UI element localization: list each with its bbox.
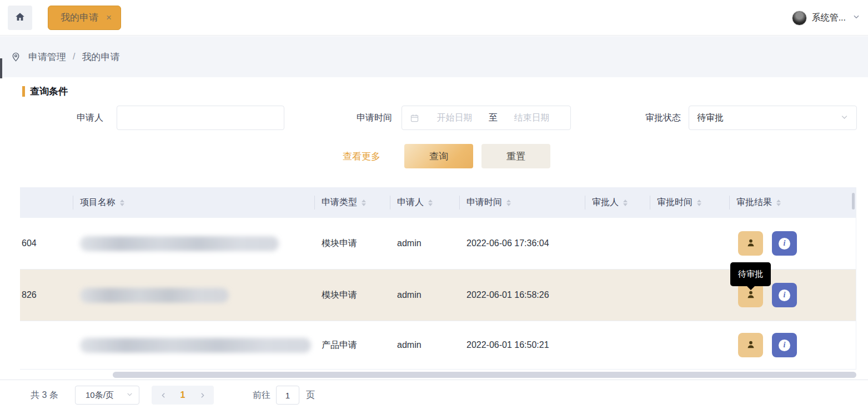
column-header-result[interactable]: 审批结果 xyxy=(729,187,855,218)
next-page-icon[interactable] xyxy=(194,386,210,405)
approval-status-value: 待审批 xyxy=(697,112,840,124)
date-range-separator: 至 xyxy=(488,112,499,124)
calendar-icon xyxy=(410,113,419,123)
applicant-label: 申请人 xyxy=(61,106,103,130)
app-window: 我的申请 × 系统管... 申请管理 / 我的申请 查询条件 申请人 申请时间 … xyxy=(0,0,868,409)
sort-icon[interactable] xyxy=(697,199,701,206)
approve-button[interactable] xyxy=(738,231,763,256)
title-accent-bar xyxy=(22,86,25,97)
cell-apply-time: 2022-06-01 16:58:26 xyxy=(459,290,585,300)
goto-label: 前往 xyxy=(253,380,270,409)
sort-icon[interactable] xyxy=(428,199,433,206)
cell-apply-time: 2022-06-06 17:36:04 xyxy=(459,238,585,248)
person-icon xyxy=(745,237,756,250)
breadcrumb: 申请管理 / 我的申请 xyxy=(0,36,868,77)
pager: 1 xyxy=(152,386,214,405)
apply-time-range-picker[interactable]: 开始日期 至 结束日期 xyxy=(402,106,571,130)
avatar xyxy=(792,11,807,26)
cell-id: 826 xyxy=(20,290,73,300)
table-row[interactable]: 826 模块申请 admin 2022-06-01 16:58:26 待审批 i xyxy=(20,270,856,321)
current-page[interactable]: 1 xyxy=(172,390,194,400)
column-header-type[interactable]: 申请类型 xyxy=(314,187,390,218)
cell-result-actions: 待审批 i xyxy=(729,283,855,307)
chevron-down-icon xyxy=(840,113,849,123)
column-header-id xyxy=(20,187,73,218)
goto-unit: 页 xyxy=(306,380,315,409)
cell-project xyxy=(73,236,314,251)
column-header-apply-time[interactable]: 申请时间 xyxy=(459,187,585,218)
breadcrumb-page: 我的申请 xyxy=(82,51,119,63)
search-button[interactable]: 查询 xyxy=(404,144,473,168)
cell-type: 模块申请 xyxy=(314,238,390,250)
home-icon xyxy=(14,11,26,25)
page-size-select[interactable]: 10条/页 xyxy=(75,386,139,405)
sort-icon[interactable] xyxy=(120,199,124,206)
sort-icon[interactable] xyxy=(362,199,366,206)
total-count: 共 3 条 xyxy=(31,380,58,409)
reset-button[interactable]: 重置 xyxy=(481,144,550,168)
breadcrumb-separator: / xyxy=(73,52,75,62)
location-pin-icon xyxy=(11,52,21,62)
table-header-row: 项目名称 申请类型 申请人 申请时间 审批人 审批时间 审批结果 xyxy=(20,187,856,218)
tab-close-icon[interactable]: × xyxy=(106,12,112,23)
apply-time-label: 申请时间 xyxy=(350,106,392,130)
applicant-input[interactable] xyxy=(117,106,284,130)
column-header-approver[interactable]: 审批人 xyxy=(585,187,650,218)
info-icon: i xyxy=(779,340,790,351)
approval-status-label: 审批状态 xyxy=(638,106,681,130)
cell-applicant: admin xyxy=(390,340,459,350)
cell-applicant: admin xyxy=(390,238,459,248)
cell-id: 604 xyxy=(20,238,73,248)
cell-type: 产品申请 xyxy=(314,340,390,351)
table-row[interactable]: 产品申请 admin 2022-06-01 16:50:21 i xyxy=(20,321,856,370)
top-bar: 我的申请 × 系统管... xyxy=(0,0,868,36)
detail-button[interactable]: i xyxy=(772,333,797,357)
detail-button[interactable]: i xyxy=(772,283,797,307)
info-icon: i xyxy=(779,290,790,301)
info-icon: i xyxy=(779,238,790,250)
filter-section-title: 查询条件 xyxy=(22,85,68,98)
approve-button[interactable] xyxy=(738,333,763,357)
goto-page-input[interactable] xyxy=(276,386,299,405)
cell-project xyxy=(73,288,314,303)
view-more-link[interactable]: 查看更多 xyxy=(343,150,380,163)
end-date-placeholder[interactable]: 结束日期 xyxy=(499,112,565,124)
tab-label: 我的申请 xyxy=(61,11,98,24)
tab-my-applications[interactable]: 我的申请 × xyxy=(48,6,121,30)
redacted-project-name xyxy=(80,288,229,303)
table-row[interactable]: 604 模块申请 admin 2022-06-06 17:36:04 i xyxy=(20,218,856,270)
chevron-down-icon xyxy=(852,13,860,23)
sort-icon[interactable] xyxy=(506,199,511,206)
cell-apply-time: 2022-06-01 16:50:21 xyxy=(459,340,585,350)
pagination-bar: 共 3 条 10条/页 1 前往 页 xyxy=(0,380,868,409)
chevron-down-icon xyxy=(126,390,133,400)
prev-page-icon[interactable] xyxy=(155,386,172,405)
breadcrumb-section[interactable]: 申请管理 xyxy=(28,51,66,63)
cell-applicant: admin xyxy=(390,290,459,300)
cell-result-actions: i xyxy=(729,231,855,256)
redacted-project-name xyxy=(80,338,311,353)
horizontal-scrollbar xyxy=(20,370,856,379)
person-icon xyxy=(745,339,756,352)
detail-button[interactable]: i xyxy=(772,231,797,256)
sort-icon[interactable] xyxy=(623,199,628,206)
user-name: 系统管... xyxy=(812,12,846,24)
cell-project xyxy=(73,338,314,353)
redacted-project-name xyxy=(80,236,279,251)
status-tooltip: 待审批 xyxy=(730,262,771,286)
column-header-approve-time[interactable]: 审批时间 xyxy=(650,187,729,218)
start-date-placeholder[interactable]: 开始日期 xyxy=(422,112,488,124)
cell-result-actions: i xyxy=(729,333,855,357)
cell-type: 模块申请 xyxy=(314,290,390,301)
sort-icon[interactable] xyxy=(776,199,781,206)
collapsed-sidebar-notch[interactable] xyxy=(0,58,2,78)
vertical-scrollbar-thumb[interactable] xyxy=(852,193,855,210)
approval-status-select[interactable]: 待审批 xyxy=(689,106,857,130)
page-size-value: 10条/页 xyxy=(86,390,126,401)
applications-table: 项目名称 申请类型 申请人 申请时间 审批人 审批时间 审批结果 604 模块申… xyxy=(20,187,856,370)
horizontal-scrollbar-thumb[interactable] xyxy=(113,372,856,378)
user-menu[interactable]: 系统管... xyxy=(792,0,862,36)
column-header-project[interactable]: 项目名称 xyxy=(73,187,314,218)
column-header-applicant[interactable]: 申请人 xyxy=(390,187,459,218)
home-button[interactable] xyxy=(8,6,32,30)
